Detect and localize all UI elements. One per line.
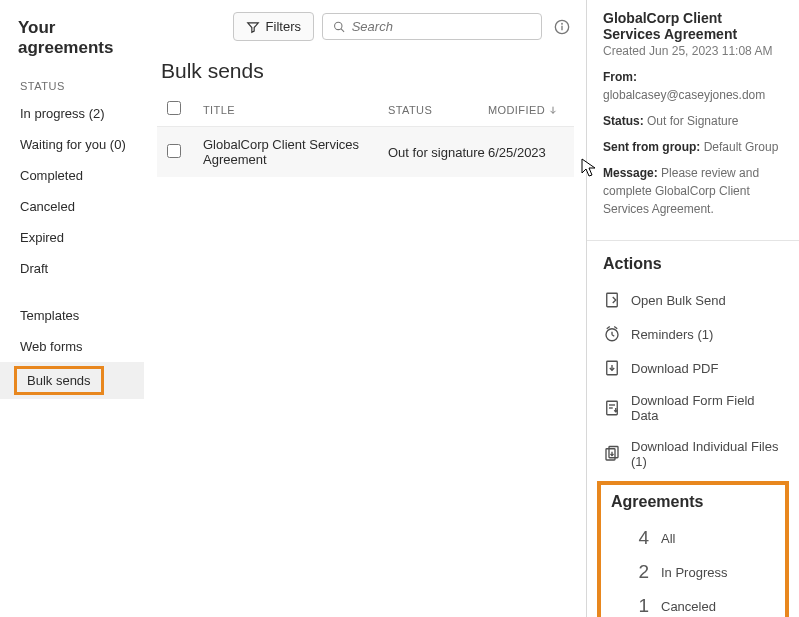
- message-label: Message:: [603, 166, 658, 180]
- status-value: Out for Signature: [647, 114, 738, 128]
- svg-line-11: [614, 327, 617, 329]
- sidebar-item-completed[interactable]: Completed: [0, 160, 144, 191]
- main-content: Filters Bulk sends TITLE STATUS MODIFIED: [145, 0, 586, 617]
- filters-label: Filters: [266, 19, 301, 34]
- actions-header: Actions: [587, 241, 799, 283]
- row-title: GlobalCorp Client Services Agreement: [203, 137, 388, 167]
- sidebar-item-templates[interactable]: Templates: [0, 300, 144, 331]
- sort-desc-icon: [548, 105, 558, 115]
- action-download-pdf[interactable]: Download PDF: [587, 351, 799, 385]
- col-status[interactable]: STATUS: [388, 104, 488, 116]
- action-download-files[interactable]: Download Individual Files (1): [587, 431, 799, 477]
- action-reminders[interactable]: Reminders (1): [587, 317, 799, 351]
- sidebar-item-draft[interactable]: Draft: [0, 253, 144, 284]
- action-open[interactable]: Open Bulk Send: [587, 283, 799, 317]
- agreements-canceled[interactable]: 1Canceled: [611, 589, 775, 617]
- select-all-checkbox[interactable]: [167, 101, 181, 115]
- open-icon: [603, 291, 621, 309]
- col-title[interactable]: TITLE: [203, 104, 388, 116]
- page-title: Your agreements: [0, 12, 144, 72]
- svg-line-1: [341, 28, 344, 31]
- svg-line-9: [612, 335, 614, 337]
- panel-created: Created Jun 25, 2023 11:08 AM: [603, 44, 783, 58]
- reminder-icon: [603, 325, 621, 343]
- table-row[interactable]: GlobalCorp Client Services Agreement Out…: [157, 127, 574, 177]
- search-icon: [333, 20, 346, 34]
- agreements-inprogress[interactable]: 2In Progress: [611, 555, 775, 589]
- from-label: From:: [603, 70, 637, 84]
- svg-point-0: [335, 22, 342, 29]
- filters-button[interactable]: Filters: [233, 12, 314, 41]
- search-box[interactable]: [322, 13, 542, 40]
- sidebar-item-expired[interactable]: Expired: [0, 222, 144, 253]
- row-modified: 6/25/2023: [488, 145, 570, 160]
- status-label: Status:: [603, 114, 644, 128]
- sidebar-item-canceled[interactable]: Canceled: [0, 191, 144, 222]
- group-value: Default Group: [704, 140, 779, 154]
- bulk-sends-table: TITLE STATUS MODIFIED GlobalCorp Client …: [157, 95, 574, 177]
- row-checkbox[interactable]: [167, 144, 181, 158]
- filter-icon: [246, 20, 260, 34]
- agreements-all[interactable]: 4All: [611, 521, 775, 555]
- sidebar-item-in-progress[interactable]: In progress (2): [0, 98, 144, 129]
- sidebar: Your agreements STATUS In progress (2) W…: [0, 0, 145, 617]
- info-icon[interactable]: [550, 19, 574, 35]
- group-label: Sent from group:: [603, 140, 700, 154]
- row-status: Out for signature: [388, 145, 488, 160]
- content-title: Bulk sends: [157, 55, 574, 95]
- col-modified[interactable]: MODIFIED: [488, 104, 570, 116]
- agreements-header: Agreements: [611, 493, 775, 521]
- panel-title: GlobalCorp Client Services Agreement: [603, 10, 783, 42]
- table-header: TITLE STATUS MODIFIED: [157, 95, 574, 127]
- agreements-section: Agreements 4All 2In Progress 1Canceled 1…: [597, 481, 789, 617]
- sidebar-item-web-forms[interactable]: Web forms: [0, 331, 144, 362]
- status-header: STATUS: [0, 72, 144, 98]
- topbar: Filters: [157, 12, 574, 55]
- from-value: globalcasey@caseyjones.dom: [603, 88, 765, 102]
- download-form-icon: [603, 399, 621, 417]
- details-panel: GlobalCorp Client Services Agreement Cre…: [586, 0, 799, 617]
- download-files-icon: [603, 445, 621, 463]
- svg-line-10: [607, 327, 610, 329]
- sidebar-item-bulk-sends-wrap[interactable]: Bulk sends: [0, 362, 144, 399]
- svg-point-4: [562, 23, 563, 24]
- action-download-form[interactable]: Download Form Field Data: [587, 385, 799, 431]
- download-pdf-icon: [603, 359, 621, 377]
- sidebar-item-bulk-sends[interactable]: Bulk sends: [14, 366, 104, 395]
- search-input[interactable]: [352, 19, 531, 34]
- sidebar-item-waiting[interactable]: Waiting for you (0): [0, 129, 144, 160]
